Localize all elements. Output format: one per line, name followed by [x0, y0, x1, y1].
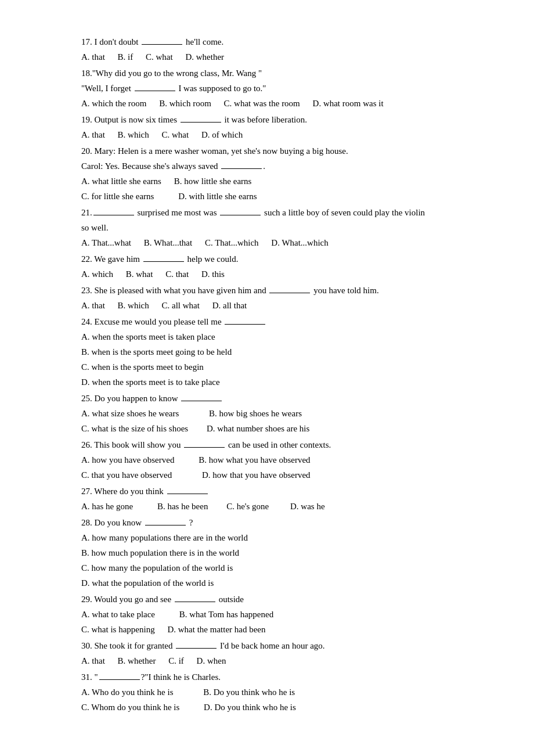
question-26: 26. This book will show you can be used …: [81, 438, 488, 482]
question-31: 31. "?"I think he is Charles. A. Who do …: [81, 670, 488, 714]
q21-text: 21. surprised me most was such a little …: [81, 208, 425, 217]
q30-optD: D. when: [197, 656, 226, 665]
q23-text: 23. She is pleased with what you have gi…: [81, 286, 379, 295]
q26-optC: C. that you have observed: [81, 470, 172, 480]
q24-text: 24. Excuse me would you please tell me: [81, 317, 266, 326]
question-21: 21. surprised me most was such a little …: [81, 206, 488, 250]
q29-optC: C. what is happening: [81, 625, 155, 634]
q26-optA: A. how you have observed: [81, 455, 174, 465]
q30-blank: [176, 648, 217, 649]
q24-optD: D. when the sports meet is to take place: [81, 377, 220, 387]
q31-blank: [99, 679, 140, 680]
question-24: 24. Excuse me would you please tell me A…: [81, 315, 488, 389]
q24-blank: [225, 324, 265, 325]
q18-optB: B. which room: [159, 99, 211, 108]
q19-blank: [181, 122, 221, 123]
q17-blank: [142, 44, 182, 45]
q20-optA: A. what little she earns: [81, 177, 161, 186]
q18-optA: A. which the room: [81, 99, 146, 108]
q21-optA: A. That...what: [81, 238, 131, 247]
question-23: 23. She is pleased with what you have gi…: [81, 283, 488, 312]
q18-blank: [135, 91, 175, 91]
q20-optB: B. how little she earns: [174, 177, 252, 186]
q17-optC: C. what: [146, 52, 173, 62]
q29-blank: [175, 602, 215, 602]
q29-optD: D. what the matter had been: [167, 625, 265, 634]
q31-text: 31. "?"I think he is Charles.: [81, 672, 221, 682]
q28-optC: C. how many the population of the world …: [81, 563, 233, 573]
q23-optD: D. all that: [212, 301, 247, 310]
q27-optD: D. was he: [290, 502, 325, 511]
q23-blank: [269, 293, 310, 293]
q30-optB: B. whether: [118, 656, 156, 665]
q30-optA: A. that: [81, 656, 105, 665]
question-29: 29. Would you go and see outside A. what…: [81, 592, 488, 636]
q20-text2: Carol: Yes. Because she's always saved .: [81, 161, 265, 171]
question-18: 18."Why did you go to the wrong class, M…: [81, 66, 488, 110]
q26-blank: [184, 447, 225, 448]
q21-optD: D. What...which: [271, 238, 328, 247]
q17-optD: D. whether: [185, 52, 224, 62]
q31-optC: C. Whom do you think he is: [81, 703, 179, 712]
q25-optA: A. what size shoes he wears: [81, 409, 179, 418]
q28-optB: B. how much population there is in the w…: [81, 548, 239, 557]
q27-text: 27. Where do you think: [81, 487, 209, 496]
q29-text: 29. Would you go and see outside: [81, 595, 244, 604]
q27-optB: B. has he been: [157, 502, 208, 511]
q22-text: 22. We gave him help we could.: [81, 254, 238, 264]
q21-blank2: [220, 215, 261, 215]
q26-text: 26. This book will show you can be used …: [81, 440, 331, 449]
q24-optA: A. when the sports meet is taken place: [81, 332, 215, 341]
q21-optB: B. What...that: [144, 238, 192, 247]
question-25: 25. Do you happen to know A. what size s…: [81, 391, 488, 435]
q30-optC: C. if: [168, 656, 184, 665]
question-17: 17. I don't doubt he'll come. A. that B.…: [81, 35, 488, 64]
q19-optC: C. what: [162, 130, 189, 139]
quiz-container: 17. I don't doubt he'll come. A. that B.…: [81, 35, 488, 714]
q21-blank1: [93, 215, 134, 215]
q24-optB: B. when is the sports meet going to be h…: [81, 347, 232, 357]
q27-optA: A. has he gone: [81, 502, 133, 511]
q25-optD: D. what number shoes are his: [207, 424, 309, 433]
q18-text1: 18."Why did you go to the wrong class, M…: [81, 69, 262, 78]
q28-optA: A. how many populations there are in the…: [81, 533, 248, 542]
q19-optD: D. of which: [201, 130, 243, 139]
q25-optB: B. how big shoes he wears: [209, 409, 302, 418]
q31-optB: B. Do you think who he is: [203, 687, 295, 697]
q22-optD: D. this: [201, 269, 225, 279]
q23-optB: B. which: [118, 301, 149, 310]
q29-optA: A. what to take place: [81, 610, 155, 619]
q22-optC: C. that: [165, 269, 189, 279]
q18-text2: "Well, I forget I was supposed to go to.…: [81, 84, 266, 93]
q30-text: 30. She took it for granted I'd be back …: [81, 641, 325, 650]
q20-text1: 20. Mary: Helen is a mere washer woman, …: [81, 146, 348, 156]
q19-text: 19. Output is now six times it was befor…: [81, 115, 307, 124]
q26-optB: B. how what you have observed: [199, 455, 310, 465]
q17-optB: B. if: [118, 52, 134, 62]
q22-optB: B. what: [126, 269, 153, 279]
question-27: 27. Where do you think A. has he gone B.…: [81, 484, 488, 513]
q24-optC: C. when is the sports meet to begin: [81, 362, 204, 372]
q19-optA: A. that: [81, 130, 105, 139]
q22-optA: A. which: [81, 269, 113, 279]
q29-optB: B. what Tom has happened: [179, 610, 273, 619]
question-22: 22. We gave him help we could. A. which …: [81, 252, 488, 281]
q25-text: 25. Do you happen to know: [81, 394, 223, 403]
q19-optB: B. which: [118, 130, 149, 139]
q18-optD: D. what room was it: [313, 99, 384, 108]
q28-optD: D. what the population of the world is: [81, 578, 214, 588]
q25-optC: C. what is the size of his shoes: [81, 424, 188, 433]
q20-optC: C. for little she earns: [81, 192, 154, 201]
q31-optA: A. Who do you think he is: [81, 687, 173, 697]
q21-optC: C. That...which: [205, 238, 259, 247]
q27-blank: [167, 494, 208, 494]
question-20: 20. Mary: Helen is a mere washer woman, …: [81, 144, 488, 203]
q17-optA: A. that: [81, 52, 105, 62]
q21-text2: so well.: [81, 223, 109, 232]
q31-optD: D. Do you think who he is: [204, 703, 296, 712]
q23-optA: A. that: [81, 301, 105, 310]
q20-optD: D. with little she earns: [178, 192, 257, 201]
q28-blank: [145, 525, 186, 525]
q20-blank: [221, 168, 262, 169]
question-28: 28. Do you know ? A. how many population…: [81, 516, 488, 590]
